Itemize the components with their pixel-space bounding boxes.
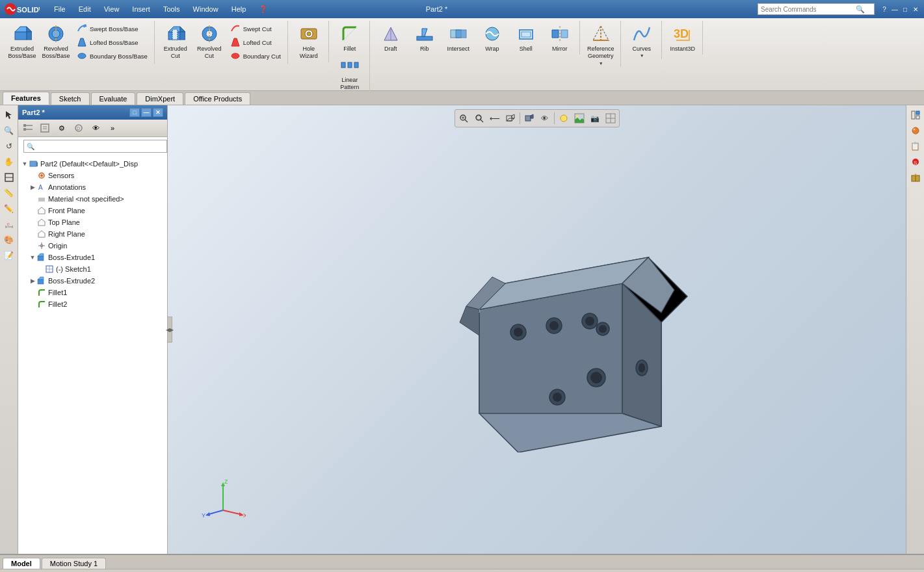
shell-button[interactable]: Shell xyxy=(509,22,543,53)
ref-geometry-dropdown-arrow[interactable]: ▼ xyxy=(599,61,603,66)
tab-sketch[interactable]: Sketch xyxy=(51,92,90,105)
command-search[interactable]: 🔍 xyxy=(758,3,875,15)
display-manager-btn[interactable]: 👁 xyxy=(88,121,103,135)
lt-section[interactable] xyxy=(2,170,16,185)
vp-camera-btn[interactable]: 📷 xyxy=(588,111,602,125)
tree-boss-extrude1[interactable]: ▼ Boss-Extrude1 xyxy=(18,252,167,263)
lt-measure[interactable]: 📏 xyxy=(2,186,16,200)
lt-rotate[interactable]: ↺ xyxy=(2,139,16,153)
vp-view-orient-btn[interactable] xyxy=(503,111,518,125)
sketch1-icon xyxy=(44,264,55,274)
vp-scene-btn[interactable] xyxy=(557,111,571,125)
rt-decals[interactable]: 📋 xyxy=(908,139,923,153)
extruded-boss-base-button[interactable]: ExtrudedBoss/Base xyxy=(5,22,39,61)
tree-sensors[interactable]: Sensors xyxy=(18,170,167,181)
rt-task-pane[interactable] xyxy=(908,108,923,122)
panel-btn-restore[interactable]: □ xyxy=(129,108,140,117)
extruded-cut-button[interactable]: ExtrudedCut xyxy=(159,22,192,61)
rt-design-library[interactable] xyxy=(908,170,923,185)
lofted-cut-button[interactable]: Lofted Cut xyxy=(228,36,284,49)
instant3d-button[interactable]: 3D Instant3D xyxy=(666,22,700,53)
tree-top-plane[interactable]: Top Plane xyxy=(18,216,167,228)
more-btn[interactable]: » xyxy=(105,121,120,135)
tab-model[interactable]: Model xyxy=(3,558,40,569)
tree-right-plane[interactable]: Right Plane xyxy=(18,228,167,240)
intersect-button[interactable]: Intersect xyxy=(442,22,475,53)
fillet-button[interactable]: Fillet xyxy=(333,22,367,53)
help-btn[interactable]: ? xyxy=(880,5,889,14)
vp-display-style-btn[interactable] xyxy=(522,111,536,125)
tab-motion-study[interactable]: Motion Study 1 xyxy=(42,558,106,569)
draft-button[interactable]: Draft xyxy=(374,22,408,53)
tree-material[interactable]: Material <not specified> xyxy=(18,193,167,205)
tree-fillet1[interactable]: Fillet1 xyxy=(18,287,167,298)
vp-zoom-area-btn[interactable] xyxy=(472,111,486,125)
revolved-boss-base-button[interactable]: RevolvedBoss/Base xyxy=(39,22,73,61)
maximize-btn[interactable]: □ xyxy=(901,5,910,14)
tree-annotations[interactable]: ▶ A Annotations xyxy=(18,181,167,193)
hole-wizard-label: HoleWizard xyxy=(300,46,318,60)
lt-select-tool[interactable] xyxy=(2,108,16,122)
close-btn[interactable]: ✕ xyxy=(911,5,920,14)
tree-search-input[interactable] xyxy=(23,140,167,153)
menu-help[interactable]: Help xyxy=(229,4,249,15)
lt-zoom-fit[interactable]: 🔍 xyxy=(2,124,16,138)
dimate-manager-btn[interactable]: D xyxy=(72,121,86,135)
hole-wizard-button[interactable]: HoleWizard xyxy=(292,22,326,61)
tree-sketch1[interactable]: (-) Sketch1 xyxy=(18,263,167,275)
vp-display-pane-btn[interactable] xyxy=(603,111,618,125)
tree-root[interactable]: ▼ Part2 (Default<<Default>_Disp xyxy=(18,158,167,170)
swept-boss-button[interactable]: Swept Boss/Base xyxy=(74,22,150,35)
panel-resize-handle[interactable]: ◀▶ xyxy=(167,317,172,343)
lt-pan[interactable]: ✋ xyxy=(2,155,16,169)
mirror-button[interactable]: Mirror xyxy=(543,22,577,53)
ref-geometry-button[interactable]: ReferenceGeometry xyxy=(584,22,618,61)
vp-prev-view-btn[interactable]: ⟵ xyxy=(488,111,502,125)
property-manager-btn[interactable] xyxy=(38,121,52,135)
boundary-cut-button[interactable]: Boundary Cut xyxy=(228,49,284,62)
panel-btn-close[interactable]: ✕ xyxy=(153,108,163,117)
menu-file[interactable]: File xyxy=(51,4,68,15)
panel-btn-minimize[interactable]: — xyxy=(141,108,152,117)
tree-boss-extrude2[interactable]: ▶ Boss-Extrude2 xyxy=(18,275,167,287)
rt-appearances[interactable] xyxy=(908,124,923,138)
linear-pattern-button[interactable]: LinearPattern xyxy=(333,53,367,92)
lt-appearance[interactable]: 🎨 xyxy=(2,233,16,247)
tree-origin[interactable]: Origin xyxy=(18,240,167,252)
curves-dropdown-arrow[interactable]: ▼ xyxy=(640,53,644,58)
swept-cut-button[interactable]: Swept Cut xyxy=(228,22,284,35)
lt-sketch[interactable]: ✏️ xyxy=(2,202,16,216)
lt-notes[interactable]: 📝 xyxy=(2,248,16,263)
revolved-cut-button[interactable]: RevolvedCut xyxy=(192,22,226,61)
feature-manager-btn[interactable] xyxy=(21,121,35,135)
tab-dimxpert[interactable]: DimXpert xyxy=(137,92,183,105)
menu-edit[interactable]: Edit xyxy=(76,4,94,15)
menu-tools[interactable]: Tools xyxy=(161,4,183,15)
svg-marker-38 xyxy=(552,30,559,38)
tree-fillet2[interactable]: Fillet2 xyxy=(18,298,167,310)
search-input[interactable] xyxy=(758,6,856,13)
lt-smart-dim[interactable]: D xyxy=(2,217,16,231)
tree-front-plane[interactable]: Front Plane xyxy=(18,205,167,216)
lofted-boss-button[interactable]: Lofted Boss/Base xyxy=(74,36,150,49)
vp-apply-scene-btn[interactable] xyxy=(572,111,587,125)
sensors-icon xyxy=(36,170,47,181)
tab-evaluate[interactable]: Evaluate xyxy=(91,92,136,105)
vp-hide-show-btn[interactable]: 👁 xyxy=(538,111,552,125)
tab-office-products[interactable]: Office Products xyxy=(185,92,250,105)
vp-zoom-fit-btn[interactable] xyxy=(456,111,471,125)
boundary-boss-button[interactable]: Boundary Boss/Base xyxy=(74,49,150,62)
menu-window[interactable]: Window xyxy=(191,4,221,15)
menu-help-icon[interactable]: ❓ xyxy=(256,4,271,15)
menu-view[interactable]: View xyxy=(101,4,122,15)
tab-features[interactable]: Features xyxy=(3,92,49,105)
rt-swresources[interactable]: S xyxy=(908,155,923,169)
curves-button[interactable]: Curves xyxy=(625,22,659,53)
svg-rect-90 xyxy=(525,116,531,121)
viewport[interactable]: ⟵ 👁 xyxy=(168,105,906,554)
wrap-button[interactable]: Wrap xyxy=(475,22,509,53)
menu-insert[interactable]: Insert xyxy=(129,4,153,15)
rib-button[interactable]: Rib xyxy=(408,22,442,53)
minimize-btn[interactable]: — xyxy=(890,5,899,14)
config-manager-btn[interactable]: ⚙ xyxy=(55,121,69,135)
